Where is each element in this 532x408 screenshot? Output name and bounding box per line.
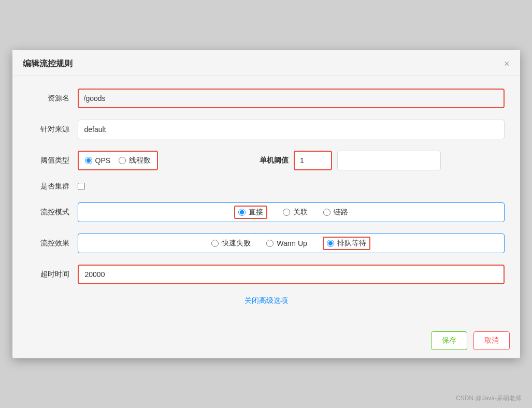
warm-up-radio-item[interactable]: Warm Up (266, 239, 307, 247)
source-label: 针对来源 (28, 125, 69, 134)
cluster-checkbox-item[interactable] (78, 183, 85, 190)
flow-effect-label: 流控效果 (28, 239, 69, 248)
relate-radio-item[interactable]: 关联 (283, 208, 308, 217)
queue-label: 排队等待 (337, 239, 366, 248)
resource-label: 资源名 (28, 94, 69, 103)
thread-radio-item[interactable]: 线程数 (119, 156, 151, 165)
cluster-label: 是否集群 (28, 182, 69, 191)
flow-effect-group: 快速失败 Warm Up 排队等待 (78, 234, 505, 253)
warm-up-radio[interactable] (266, 240, 274, 247)
direct-radio[interactable] (238, 209, 246, 216)
chain-radio-item[interactable]: 链路 (323, 208, 348, 217)
timeout-label: 超时时间 (28, 270, 69, 279)
direct-label: 直接 (249, 208, 263, 217)
qps-radio[interactable] (85, 157, 92, 164)
thread-label: 线程数 (129, 156, 151, 165)
resource-input[interactable] (79, 90, 504, 107)
relate-label: 关联 (293, 208, 308, 217)
single-threshold-label: 单机阈值 (260, 156, 289, 165)
fast-fail-radio-item[interactable]: 快速失败 (211, 239, 251, 248)
timeout-input[interactable] (79, 266, 504, 283)
qps-label: QPS (95, 156, 111, 165)
warm-up-label: Warm Up (277, 239, 307, 247)
qps-radio-item[interactable]: QPS (85, 156, 111, 165)
chain-label: 链路 (334, 208, 348, 217)
fast-fail-radio[interactable] (211, 240, 219, 247)
cluster-checkbox[interactable] (78, 183, 85, 190)
threshold-type-label: 阈值类型 (28, 156, 69, 165)
relate-radio[interactable] (283, 209, 290, 216)
source-input[interactable] (78, 120, 505, 139)
flow-mode-group: 直接 关联 链路 (78, 202, 505, 222)
direct-radio-item[interactable]: 直接 (234, 206, 267, 219)
single-threshold-input[interactable] (295, 152, 331, 169)
dialog-title: 编辑流控规则 (23, 59, 73, 69)
flow-mode-label: 流控模式 (28, 208, 69, 217)
save-button[interactable]: 保存 (431, 331, 467, 350)
close-button[interactable]: × (504, 59, 510, 68)
watermark: CSDN @Java-呆萌老师 (456, 394, 522, 403)
fast-fail-label: 快速失败 (222, 239, 251, 248)
advanced-options-link[interactable]: 关闭高级选项 (245, 296, 288, 304)
queue-radio[interactable] (327, 240, 334, 247)
cancel-button[interactable]: 取消 (473, 331, 510, 350)
thread-radio[interactable] (119, 157, 126, 164)
chain-radio[interactable] (323, 209, 330, 216)
queue-radio-item[interactable]: 排队等待 (323, 237, 370, 250)
